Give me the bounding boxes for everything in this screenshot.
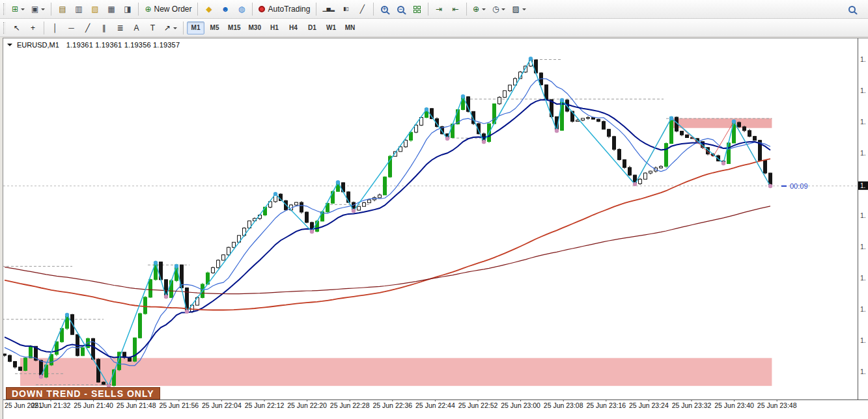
vertical-line-button[interactable]: │: [47, 20, 63, 35]
templates-button[interactable]: ▨: [509, 2, 529, 17]
swing-high-dot: [669, 116, 673, 120]
dropdown-caret-icon: [21, 8, 25, 12]
time-axis-label: 25 Jun 22:20: [287, 401, 327, 409]
toolbar-separator: [466, 3, 467, 16]
text-icon: A: [133, 24, 139, 32]
time-axis-label: 25 Jun 21:40: [74, 401, 113, 409]
time-axis-label: 25 Jun 23:00: [501, 401, 540, 409]
bar-chart-mode-button[interactable]: ▁▅▂: [319, 2, 337, 17]
timeframe-m1-button[interactable]: M1: [187, 21, 204, 34]
swing-low-dot: [768, 184, 772, 188]
periods-button[interactable]: ◷: [489, 2, 509, 17]
new-order-button[interactable]: ⊕New Order: [141, 2, 195, 17]
swing-high-dot: [154, 261, 158, 265]
candle-timer: 00:09: [781, 182, 808, 190]
fibonacci-button[interactable]: ≣: [112, 20, 128, 35]
toolbar-separator: [373, 3, 374, 16]
timeframe-m15-button[interactable]: M15: [225, 21, 244, 34]
price-axis-label: 1.: [860, 368, 866, 375]
timeframe-m30-button[interactable]: M30: [245, 21, 264, 34]
candlestick-mode-button[interactable]: ▮▯: [338, 2, 354, 17]
new-chart-button[interactable]: ⊞: [8, 2, 28, 17]
mt4-app: ⊞▣▤▥▧▦◨⊕New Order◆☻◍AutoTrading▁▅▂▮▯╱+−⇥…: [0, 0, 868, 419]
crosshair-button[interactable]: +: [25, 20, 41, 35]
search-button[interactable]: [844, 2, 860, 17]
data-window-icon: ▥: [75, 5, 82, 13]
timeframe-m5-button[interactable]: M5: [206, 21, 223, 34]
market-watch-button[interactable]: ▤: [54, 2, 70, 17]
toolbar-grip[interactable]: [3, 3, 5, 15]
navigator-button[interactable]: ▧: [87, 2, 103, 17]
time-axis-label: 25 Jun 22:12: [245, 401, 285, 409]
swing-low-dot: [39, 375, 43, 379]
expert-advisors-icon: ◆: [206, 5, 212, 13]
strategy-tester-button[interactable]: ◨: [119, 2, 135, 17]
chart-plot[interactable]: 25 Jun 202125 Jun 21:3225 Jun 21:4025 Ju…: [3, 38, 868, 419]
equidistant-channel-icon: ∥: [102, 24, 106, 32]
zoom-in-button[interactable]: +: [376, 2, 393, 17]
timeframe-d1-button[interactable]: D1: [303, 21, 321, 34]
toolbar-separator: [197, 3, 198, 16]
data-window-button[interactable]: ▥: [70, 2, 87, 17]
supply-zone: [671, 118, 772, 128]
toolbar-separator: [44, 21, 44, 34]
price-axis-label: 1.: [860, 87, 866, 94]
tile-windows-icon: [413, 6, 421, 13]
indicators-button[interactable]: ⊕: [469, 2, 489, 17]
time-axis-label: 25 Jun 21:48: [117, 401, 156, 409]
shapes-button[interactable]: ↗: [161, 20, 180, 35]
price-axis-label: 1.: [860, 336, 866, 344]
autotrading-label: AutoTrading: [268, 5, 310, 14]
time-axis-label: 25 Jun 23:08: [544, 401, 583, 409]
timeframe-h4-button[interactable]: H4: [285, 21, 302, 34]
swing-high-dot: [336, 180, 340, 184]
profiles-button[interactable]: ▣: [28, 2, 48, 17]
templates-icon: ▨: [512, 5, 519, 13]
equidistant-channel-button[interactable]: ∥: [96, 20, 112, 35]
toolbar-grip[interactable]: [3, 22, 5, 34]
time-axis-label: 25 Jun 21:56: [159, 401, 199, 409]
text-label-button[interactable]: T: [145, 20, 161, 35]
terminal-button[interactable]: ▦: [103, 2, 119, 17]
trendline-button[interactable]: ╱: [79, 20, 96, 35]
chart-menu-icon[interactable]: [7, 44, 12, 49]
text-label-icon: T: [150, 24, 155, 32]
community-button[interactable]: ☻: [217, 2, 233, 17]
time-axis-label: 25 Jun 23:24: [629, 401, 669, 409]
line-chart-mode-button[interactable]: ╱: [354, 2, 371, 17]
toolbar-separator: [138, 3, 139, 16]
shapes-icon: ↗: [164, 24, 171, 32]
chart-quotes: 1.19361 1.19361 1.19356 1.19357: [66, 41, 180, 49]
chart-symbol: EURUSD,M1: [17, 41, 59, 49]
expert-advisors-button[interactable]: ◆: [201, 2, 217, 17]
autotrading-button[interactable]: AutoTrading: [255, 2, 313, 17]
market-watch-icon: ▤: [59, 5, 66, 13]
horizontal-line-button[interactable]: ─: [63, 20, 79, 35]
zoom-out-button[interactable]: −: [393, 2, 409, 17]
bar-chart-mode-icon: ▁▅▂: [322, 7, 334, 12]
terminal-icon: ▦: [107, 5, 115, 13]
timeframe-h1-button[interactable]: H1: [266, 21, 283, 34]
price-axis-label: 1.: [860, 211, 866, 219]
price-axis-label: 1.: [860, 274, 866, 282]
chart-shift-button[interactable]: ⇤: [447, 2, 464, 17]
swing-low-dot: [310, 230, 314, 234]
navigator-icon: ▧: [91, 5, 98, 13]
swing-high-dot: [560, 98, 564, 102]
timeframe-w1-button[interactable]: W1: [322, 21, 340, 34]
web-icon: ◍: [238, 5, 245, 13]
price-axis-label: 1.: [860, 305, 866, 313]
swing-low-dot: [633, 182, 637, 186]
zoom-in-icon: +: [381, 6, 388, 13]
cursor-button[interactable]: ↖: [8, 20, 25, 35]
web-button[interactable]: ◍: [233, 2, 249, 17]
auto-scroll-button[interactable]: ⇥: [431, 2, 447, 17]
price-axis-label: 1.: [860, 118, 866, 126]
time-axis-label: 25 Jun 22:28: [330, 401, 370, 409]
timeframe-mn-button[interactable]: MN: [341, 21, 359, 34]
toolbar-standard-buttons: ⊞▣▤▥▧▦◨⊕New Order◆☻◍AutoTrading▁▅▂▮▯╱+−⇥…: [8, 2, 529, 17]
toolbar-separator: [183, 21, 184, 34]
text-button[interactable]: A: [128, 20, 145, 35]
search-icon: [848, 6, 856, 13]
tile-windows-button[interactable]: [409, 2, 425, 17]
